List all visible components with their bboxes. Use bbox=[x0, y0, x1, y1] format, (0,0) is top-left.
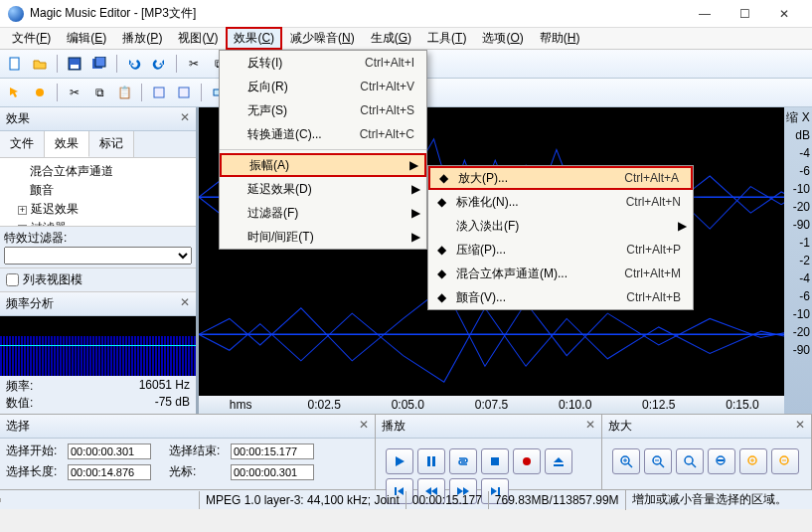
tool-button[interactable] bbox=[29, 82, 51, 103]
menu-p[interactable]: 播放(P) bbox=[114, 28, 170, 49]
save-button[interactable] bbox=[64, 53, 85, 75]
arrow-button[interactable] bbox=[4, 82, 26, 103]
menu-item[interactable]: ◆混合立体声通道(M)...Ctrl+Alt+M bbox=[428, 262, 693, 285]
play-button[interactable] bbox=[386, 448, 413, 474]
zoom-in-button[interactable] bbox=[612, 448, 640, 474]
menu-f[interactable]: 文件(F) bbox=[4, 28, 59, 49]
new-button[interactable] bbox=[4, 53, 26, 75]
vib-icon: ◆ bbox=[432, 288, 450, 306]
left-tab-2[interactable]: 标记 bbox=[89, 131, 134, 157]
tree-node[interactable]: 混合立体声通道 bbox=[6, 162, 190, 181]
tree-node[interactable]: +延迟效果 bbox=[6, 200, 190, 219]
selection-close-icon[interactable]: ✕ bbox=[359, 418, 369, 435]
freq-label: 频率: bbox=[6, 378, 33, 395]
svg-rect-15 bbox=[432, 456, 435, 466]
menu-g[interactable]: 生成(G) bbox=[363, 28, 419, 49]
menu-c[interactable]: 效果(C) bbox=[226, 27, 282, 50]
pause-button[interactable] bbox=[417, 448, 445, 474]
zoom-close-icon[interactable]: ✕ bbox=[795, 418, 805, 435]
playback-close-icon[interactable]: ✕ bbox=[585, 418, 595, 435]
val-label: 数值: bbox=[6, 395, 33, 412]
undo-button[interactable] bbox=[123, 53, 145, 75]
zoom-out-button[interactable] bbox=[644, 448, 672, 474]
tree-node[interactable]: +过滤器 bbox=[6, 219, 190, 226]
cursor-input[interactable] bbox=[231, 464, 314, 480]
sel-len-input[interactable] bbox=[68, 464, 151, 480]
chevron-right-icon: ▶ bbox=[411, 182, 420, 196]
tree-node[interactable]: 颤音 bbox=[6, 181, 190, 200]
zoom-out-v-button[interactable] bbox=[771, 448, 799, 474]
menu-bar: 文件(F)编辑(E)播放(P)视图(V)效果(C)减少噪音(N)生成(G)工具(… bbox=[0, 28, 812, 50]
close-button[interactable]: ✕ bbox=[764, 0, 804, 28]
menu-item[interactable]: 过滤器(F)▶ bbox=[220, 201, 426, 225]
menu-item[interactable]: 时间/间距(T)▶ bbox=[220, 225, 426, 249]
playback-title: 播放 bbox=[382, 418, 406, 435]
status-size: 769.83MB/113857.99M bbox=[488, 491, 625, 509]
props2-button[interactable] bbox=[173, 82, 195, 103]
zoom-in-v-button[interactable] bbox=[739, 448, 767, 474]
special-filter-select[interactable] bbox=[4, 247, 192, 265]
menu-item[interactable]: ◆压缩(P)...Ctrl+Alt+P bbox=[428, 238, 693, 262]
zoom-sel-button[interactable] bbox=[708, 448, 735, 474]
menu-item[interactable]: 淡入淡出(F)▶ bbox=[428, 214, 693, 238]
menu-item[interactable]: ◆颤音(V)...Ctrl+Alt+B bbox=[428, 285, 693, 309]
sel-end-input[interactable] bbox=[231, 443, 314, 459]
menu-item[interactable]: 延迟效果(D)▶ bbox=[220, 177, 426, 201]
effects-menu-dropdown[interactable]: 反转(I)Ctrl+Alt+I反向(R)Ctrl+Alt+V无声(S)Ctrl+… bbox=[219, 50, 427, 250]
zoom-title: 放大 bbox=[608, 418, 632, 435]
saveall-button[interactable] bbox=[88, 53, 110, 75]
cursor-label: 光标: bbox=[169, 463, 227, 480]
minimize-button[interactable]: — bbox=[685, 0, 725, 28]
freq-value: 16051 Hz bbox=[139, 378, 190, 395]
props-button[interactable] bbox=[148, 82, 170, 103]
stop-button[interactable] bbox=[481, 448, 509, 474]
menu-o[interactable]: 选项(O) bbox=[474, 28, 531, 49]
loop-button[interactable] bbox=[449, 448, 477, 474]
effects-tree[interactable]: 混合立体声通道颤音+延迟效果+过滤器+时间/间距 bbox=[0, 158, 196, 226]
svg-rect-8 bbox=[154, 88, 164, 97]
app-icon bbox=[8, 6, 24, 22]
cut2-button[interactable]: ✂ bbox=[64, 82, 85, 103]
svg-rect-14 bbox=[427, 456, 430, 466]
menu-item[interactable]: 无声(S)Ctrl+Alt+S bbox=[220, 98, 426, 122]
menu-item[interactable]: ◆标准化(N)...Ctrl+Alt+N bbox=[428, 190, 693, 214]
zoom-fit-button[interactable] bbox=[676, 448, 704, 474]
menu-item[interactable]: 转换通道(C)...Ctrl+Alt+C bbox=[220, 122, 426, 146]
listview-mode-checkbox[interactable] bbox=[6, 273, 19, 286]
menu-h[interactable]: 帮助(H) bbox=[532, 28, 588, 49]
frequency-pane-close-icon[interactable]: ✕ bbox=[180, 295, 190, 312]
maximize-button[interactable]: ☐ bbox=[725, 0, 764, 28]
menu-item[interactable]: 反向(R)Ctrl+Alt+V bbox=[220, 75, 426, 98]
effects-pane-label: 效果 bbox=[6, 110, 30, 127]
menu-item[interactable]: 振幅(A)▶ bbox=[220, 153, 426, 177]
mix-icon: ◆ bbox=[432, 265, 450, 282]
cut-button[interactable]: ✂ bbox=[183, 53, 205, 75]
effects-pane-close-icon[interactable]: ✕ bbox=[180, 110, 190, 127]
left-tab-0[interactable]: 文件 bbox=[0, 131, 45, 157]
playback-panel: 播放✕ bbox=[376, 415, 602, 489]
sel-start-label: 选择开始: bbox=[6, 443, 64, 459]
menu-n[interactable]: 减少噪音(N) bbox=[282, 28, 363, 49]
menu-item[interactable]: 反转(I)Ctrl+Alt+I bbox=[220, 51, 426, 75]
sel-start-input[interactable] bbox=[68, 443, 151, 459]
svg-point-7 bbox=[36, 89, 44, 96]
status-format: MPEG 1.0 layer-3: 44,100 kHz; Joint bbox=[199, 491, 406, 509]
menu-e[interactable]: 编辑(E) bbox=[59, 28, 114, 49]
svg-rect-31 bbox=[718, 459, 724, 461]
eject-button[interactable] bbox=[545, 448, 572, 474]
amplitude-submenu-dropdown[interactable]: ◆放大(P)...Ctrl+Alt+A◆标准化(N)...Ctrl+Alt+N淡… bbox=[427, 165, 694, 310]
svg-line-22 bbox=[628, 463, 632, 467]
menu-t[interactable]: 工具(T) bbox=[419, 28, 474, 49]
svg-rect-16 bbox=[491, 457, 499, 465]
svg-rect-0 bbox=[10, 58, 19, 70]
time-scale: hms0:02.50:05.00:07.50:10.00:12.50:15.0 bbox=[199, 396, 784, 414]
menu-v[interactable]: 视图(V) bbox=[170, 28, 226, 49]
copy2-button[interactable]: ⧉ bbox=[88, 82, 110, 103]
record-button[interactable] bbox=[513, 448, 541, 474]
paste-button[interactable]: 📋 bbox=[113, 82, 135, 103]
menu-item[interactable]: ◆放大(P)...Ctrl+Alt+A bbox=[428, 166, 693, 190]
left-tab-1[interactable]: 效果 bbox=[45, 131, 89, 157]
open-button[interactable] bbox=[29, 53, 51, 75]
selection-title: 选择 bbox=[6, 418, 30, 435]
redo-button[interactable] bbox=[148, 53, 170, 75]
